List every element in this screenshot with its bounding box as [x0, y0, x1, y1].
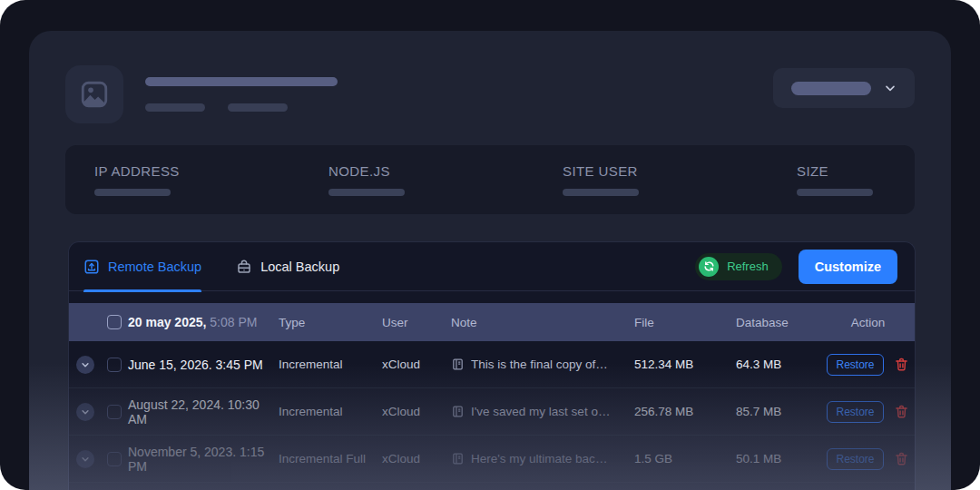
header-date-text: 20 may 2025,	[128, 315, 206, 329]
row-user: xCloud	[382, 358, 451, 371]
info-value-skeleton	[328, 189, 405, 196]
site-info-bar: IP ADDRESS NODE.JS SITE USER SIZE	[65, 145, 915, 214]
header-dropdown[interactable]	[773, 68, 915, 108]
row-note-text: This is the final copy of my…	[471, 358, 611, 371]
image-icon	[79, 79, 110, 110]
row-note: This is the final copy of my…	[451, 358, 625, 371]
info-label: SIZE	[797, 163, 980, 179]
site-header	[29, 31, 951, 123]
info-value-skeleton	[563, 189, 639, 196]
row-checkbox[interactable]	[107, 405, 122, 419]
refresh-button[interactable]: Refresh	[695, 253, 782, 280]
trash-icon	[894, 357, 909, 372]
info-value-skeleton	[94, 189, 171, 196]
col-header-action: Action	[821, 316, 915, 329]
row-expand-button[interactable]	[76, 450, 94, 468]
delete-button[interactable]	[894, 404, 909, 419]
site-title-skeleton	[145, 65, 338, 112]
table-header-row: 20 may 2025, 5:08 PM Type User Note File…	[69, 303, 915, 341]
tabbar-actions: Refresh Customize	[695, 250, 897, 284]
tab-local-backup[interactable]: Local Backup	[236, 242, 339, 291]
app-frame: IP ADDRESS NODE.JS SITE USER SIZE	[0, 0, 980, 490]
info-field-size: SIZE	[797, 163, 980, 196]
delete-button[interactable]	[894, 357, 909, 372]
table-header-date: 20 may 2025, 5:08 PM	[128, 315, 279, 329]
tab-remote-backup[interactable]: Remote Backup	[83, 242, 201, 291]
refresh-icon	[699, 257, 719, 277]
chevron-down-icon	[81, 407, 90, 416]
row-note: I've saved my last set of files…	[451, 405, 625, 418]
info-label: SITE USER	[563, 163, 797, 179]
skeleton-subtitle-bar-1	[145, 103, 205, 112]
row-file-size: 256.78 MB	[625, 405, 727, 418]
row-actions: Restore	[821, 448, 915, 470]
remote-backup-icon	[83, 259, 100, 275]
main-card: IP ADDRESS NODE.JS SITE USER SIZE	[29, 31, 951, 490]
table-row: August 22, 2024. 10:30 AM Incremental xC…	[69, 388, 915, 436]
row-database-size: 85.7 MB	[727, 405, 821, 418]
skeleton-title-bar	[145, 77, 338, 86]
row-actions: Restore	[821, 401, 915, 423]
col-header-user: User	[382, 316, 451, 329]
note-icon	[451, 452, 465, 466]
table-row: June 15, 2026. 3:45 PM Incremental xClou…	[69, 341, 915, 388]
row-expand-button[interactable]	[76, 403, 94, 421]
row-note-text: Here's my ultimate backup,…	[471, 452, 611, 466]
row-database-size: 50.1 MB	[727, 452, 821, 466]
tab-local-backup-label: Local Backup	[260, 260, 339, 274]
dropdown-value-skeleton	[791, 82, 871, 95]
info-value-skeleton	[797, 189, 873, 196]
row-date: November 5, 2023. 1:15 PM	[128, 445, 279, 474]
row-date: August 22, 2024. 10:30 AM	[128, 397, 279, 426]
row-user: xCloud	[382, 405, 451, 418]
row-note: Here's my ultimate backup,…	[451, 452, 625, 466]
local-backup-icon	[236, 259, 252, 275]
note-icon	[451, 358, 465, 371]
backup-tabbar: Remote Backup Local Backup	[69, 242, 915, 291]
trash-icon	[894, 404, 909, 419]
table-row: November 5, 2023. 1:15 PM Incremental Fu…	[69, 436, 915, 483]
skeleton-subtitle-bar-2	[228, 103, 288, 112]
select-all-checkbox[interactable]	[107, 315, 122, 329]
info-label: IP ADDRESS	[94, 163, 328, 179]
row-user: xCloud	[382, 452, 451, 466]
col-header-note: Note	[451, 316, 625, 329]
row-type: Incremental	[279, 358, 382, 371]
row-checkbox[interactable]	[107, 452, 122, 466]
col-header-database: Database	[727, 316, 821, 329]
row-file-size: 1.5 GB	[625, 452, 727, 466]
trash-icon	[894, 451, 909, 466]
chevron-down-icon	[81, 360, 90, 369]
backup-panel: Remote Backup Local Backup	[68, 241, 916, 490]
header-time-text: 5:08 PM	[210, 315, 257, 329]
row-note-text: I've saved my last set of files…	[471, 405, 611, 418]
tab-remote-backup-label: Remote Backup	[108, 260, 201, 274]
restore-button[interactable]: Restore	[827, 401, 883, 423]
delete-button[interactable]	[894, 451, 909, 466]
note-icon	[451, 405, 465, 418]
refresh-button-label: Refresh	[727, 260, 769, 273]
col-header-type: Type	[279, 316, 382, 329]
info-field-ip: IP ADDRESS	[94, 163, 328, 196]
info-field-site-user: SITE USER	[563, 163, 797, 196]
row-actions: Restore	[821, 354, 915, 376]
row-checkbox[interactable]	[107, 358, 122, 372]
restore-button[interactable]: Restore	[827, 354, 883, 376]
row-type: Incremental Full	[279, 452, 382, 466]
row-file-size: 512.34 MB	[625, 358, 727, 371]
row-date: June 15, 2026. 3:45 PM	[128, 358, 279, 372]
customize-button[interactable]: Customize	[799, 250, 897, 284]
chevron-down-icon	[81, 455, 90, 464]
row-expand-button[interactable]	[76, 356, 94, 374]
restore-button[interactable]: Restore	[827, 448, 883, 470]
site-thumbnail	[65, 65, 123, 123]
chevron-down-icon	[883, 81, 897, 95]
row-database-size: 64.3 MB	[727, 358, 821, 371]
row-type: Incremental	[279, 405, 382, 418]
col-header-file: File	[625, 316, 727, 329]
info-label: NODE.JS	[328, 163, 563, 179]
info-field-nodejs: NODE.JS	[328, 163, 563, 196]
